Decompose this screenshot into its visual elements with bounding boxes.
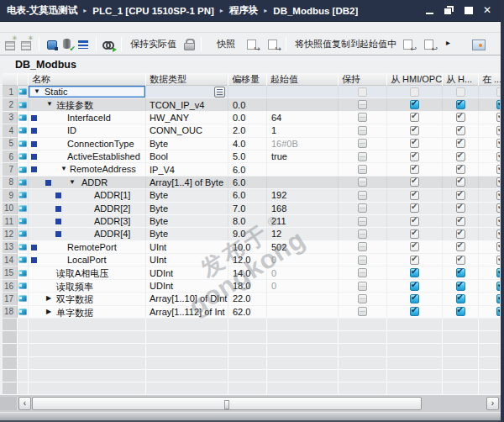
- type-selector-button[interactable]: [214, 87, 225, 98]
- member-name-cell[interactable]: RemotePort: [29, 241, 146, 253]
- data-type-cell[interactable]: HW_ANY: [146, 112, 228, 124]
- hmi-opc-checkbox[interactable]: [410, 282, 419, 291]
- table-row[interactable]: 1 ▼ Static: [3, 86, 501, 98]
- retain-checkbox[interactable]: [358, 113, 367, 122]
- data-type-cell[interactable]: Byte: [146, 189, 228, 201]
- from-hmi-checkbox[interactable]: [456, 87, 465, 97]
- snapshot-load-icon[interactable]: [246, 38, 259, 50]
- hmi-opc-checkbox[interactable]: [410, 229, 419, 239]
- hmi-opc-checkbox[interactable]: [410, 165, 419, 174]
- table-row[interactable]: 17 ▶ 双字数据 Array[1..10] of DInt 22.0: [3, 293, 501, 305]
- scroll-left-icon[interactable]: ‹: [18, 397, 31, 410]
- start-value-cell[interactable]: true: [267, 150, 339, 162]
- retain-checkbox[interactable]: [358, 139, 367, 148]
- table-row[interactable]: 6 ActiveEstablished Bool 5.0 true: [3, 150, 501, 163]
- from-hmi-checkbox[interactable]: [456, 294, 465, 303]
- table-row[interactable]: 2 ▼ 连接参数 TCON_IP_v4 0.0: [3, 98, 501, 111]
- table-row[interactable]: 18 ▶ 单字数据 Array[1..112] of Int 62.0: [3, 306, 501, 319]
- from-hmi-checkbox[interactable]: [456, 217, 465, 226]
- data-type-cell[interactable]: UInt: [146, 241, 228, 253]
- member-name-cell[interactable]: ID: [29, 124, 146, 136]
- hmi-opc-checkbox[interactable]: [410, 256, 419, 265]
- start-value-cell[interactable]: 64: [267, 112, 339, 124]
- maximize-icon[interactable]: [463, 5, 475, 16]
- scrollbar-thumb[interactable]: [32, 397, 422, 410]
- start-value-cell[interactable]: 502: [267, 241, 339, 253]
- table-row[interactable]: 14 LocalPort UInt 12.0 0: [3, 254, 501, 266]
- table-row[interactable]: 3 InterfaceId HW_ANY 0.0 64: [3, 112, 501, 124]
- monitor-all-icon[interactable]: [102, 38, 115, 50]
- data-type-cell[interactable]: IP_V4: [146, 163, 228, 175]
- data-type-cell[interactable]: Byte: [146, 138, 228, 150]
- retain-checkbox[interactable]: [358, 87, 367, 97]
- accessible-checkbox[interactable]: [496, 294, 501, 303]
- retain-checkbox[interactable]: [358, 282, 367, 291]
- from-hmi-checkbox[interactable]: [456, 100, 465, 109]
- accessible-checkbox[interactable]: [496, 152, 501, 161]
- start-value-cell[interactable]: 12: [267, 228, 339, 240]
- header-name[interactable]: 名称: [29, 73, 146, 86]
- accessible-checkbox[interactable]: [496, 256, 501, 265]
- start-value-cell[interactable]: 211: [267, 215, 339, 227]
- hmi-opc-checkbox[interactable]: [410, 268, 419, 277]
- header-start-value[interactable]: 起始值: [267, 73, 339, 86]
- retain-checkbox[interactable]: [358, 268, 367, 277]
- retain-checkbox[interactable]: [358, 126, 367, 135]
- expand-arrow-icon[interactable]: ▶: [46, 294, 51, 302]
- header-offset[interactable]: 偏移量: [228, 73, 267, 86]
- member-name-cell[interactable]: ADDR[1]: [29, 189, 146, 201]
- hmi-opc-checkbox[interactable]: [410, 152, 419, 161]
- from-hmi-checkbox[interactable]: [456, 126, 465, 135]
- member-name-cell[interactable]: ADDR[2]: [29, 203, 146, 214]
- breadcrumb-segment[interactable]: DB_Modbus [DB2]: [273, 6, 358, 16]
- retain-checkbox[interactable]: [358, 165, 367, 174]
- from-hmi-checkbox[interactable]: [456, 165, 465, 174]
- keep-actual-values-button[interactable]: 保持实际值: [128, 38, 179, 50]
- table-row[interactable]: 16 读取频率 UDInt 18.0 0: [3, 280, 501, 293]
- from-hmi-checkbox[interactable]: [456, 177, 465, 187]
- start-value-cell[interactable]: 168: [267, 203, 339, 214]
- retain-checkbox[interactable]: [358, 307, 367, 316]
- member-name-cell[interactable]: ConnectionType: [29, 138, 146, 150]
- accessible-checkbox[interactable]: [496, 268, 501, 277]
- hmi-opc-checkbox[interactable]: [410, 242, 419, 251]
- table-row[interactable]: 11 ADDR[3] Byte 8.0 211: [3, 215, 501, 228]
- member-name-cell[interactable]: LocalPort: [29, 254, 146, 266]
- accessible-checkbox[interactable]: [496, 113, 501, 122]
- accessible-checkbox[interactable]: [496, 177, 501, 187]
- from-hmi-checkbox[interactable]: [456, 282, 465, 291]
- header-data-type[interactable]: 数据类型: [146, 73, 228, 86]
- header-retain[interactable]: 保持: [339, 73, 387, 86]
- accessible-checkbox[interactable]: [496, 87, 501, 97]
- start-value-cell[interactable]: [267, 306, 339, 318]
- retain-checkbox[interactable]: [358, 203, 367, 213]
- add-row-icon[interactable]: [20, 38, 33, 50]
- member-name-cell[interactable]: ADDR[3]: [29, 215, 146, 227]
- member-name-cell[interactable]: InterfaceId: [29, 112, 146, 124]
- retain-checkbox[interactable]: [358, 256, 367, 265]
- start-value-cell[interactable]: [267, 177, 339, 188]
- restore-icon[interactable]: [444, 5, 455, 16]
- start-value-cell[interactable]: [267, 163, 339, 175]
- start-value-cell[interactable]: 0: [267, 266, 339, 278]
- retain-checkbox[interactable]: [358, 152, 367, 161]
- start-value-cell[interactable]: 16#0B: [267, 138, 339, 150]
- accessible-checkbox[interactable]: [496, 191, 501, 200]
- hmi-opc-checkbox[interactable]: [410, 126, 419, 135]
- hmi-opc-checkbox[interactable]: [410, 87, 419, 97]
- data-type-cell[interactable]: Byte: [146, 228, 228, 240]
- hmi-opc-checkbox[interactable]: [410, 100, 419, 109]
- breadcrumb-segment[interactable]: PLC_1 [CPU 1510SP-1 PN]: [92, 6, 213, 16]
- start-value-cell[interactable]: 0: [267, 254, 339, 266]
- hmi-opc-checkbox[interactable]: [410, 307, 419, 316]
- member-name-cell[interactable]: ▼ Static: [29, 86, 146, 98]
- retain-checkbox[interactable]: [358, 191, 367, 200]
- header-from-hmi[interactable]: 从 H...: [443, 73, 479, 86]
- table-row[interactable]: 7 ▼ RemoteAddress IP_V4 6.0: [3, 163, 501, 176]
- start-value-cell[interactable]: [267, 98, 339, 110]
- hmi-opc-checkbox[interactable]: [410, 177, 419, 187]
- table-row[interactable]: 12 ADDR[4] Byte 9.0 12: [3, 228, 501, 240]
- hmi-opc-checkbox[interactable]: [410, 139, 419, 148]
- table-row[interactable]: 4 ID CONN_OUC 2.0 1: [3, 124, 501, 137]
- scroll-right-icon[interactable]: ›: [486, 397, 499, 410]
